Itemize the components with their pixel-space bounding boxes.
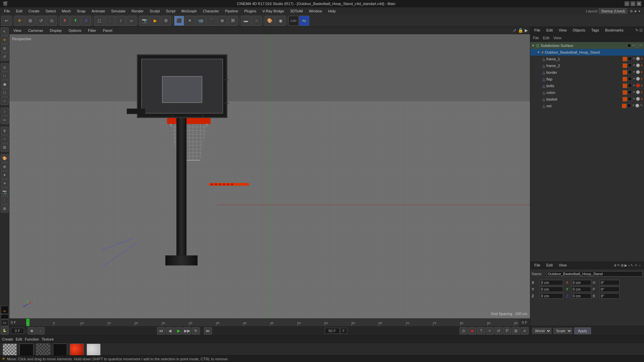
play-btn[interactable]: ▶ xyxy=(174,327,182,335)
timeline-ruler[interactable]: 0 5 10 15 20 25 30 35 xyxy=(26,319,519,326)
obj-edit-btn[interactable]: Edit xyxy=(542,36,551,40)
frame2-x[interactable]: ✕ xyxy=(633,63,635,68)
vp-menu-options[interactable]: Options xyxy=(66,28,83,33)
apply-button[interactable]: Apply xyxy=(574,327,591,334)
x-pos-field[interactable] xyxy=(540,280,563,285)
prev-frame-btn[interactable]: ◀ xyxy=(166,327,174,335)
colon-x[interactable]: ✕ xyxy=(633,90,635,95)
light-button[interactable]: ☀ xyxy=(185,16,195,26)
z-rot-field[interactable] xyxy=(571,293,591,299)
menu-animate[interactable]: Animate xyxy=(89,8,108,14)
obj-row-border[interactable]: △ border ✕ ● xyxy=(530,69,644,76)
select-live-button[interactable]: ⊙ xyxy=(47,16,57,26)
vp-expand-icon[interactable]: ⤢ xyxy=(513,28,517,33)
tool-magnet[interactable]: $ xyxy=(1,127,9,135)
rotate-button[interactable]: ↺ xyxy=(36,16,46,26)
subdiv-x[interactable]: ✕ xyxy=(632,44,635,48)
c4d-logo-button[interactable]: C4D xyxy=(288,16,299,26)
play-fwd-btn[interactable]: ▶▶ xyxy=(183,327,191,335)
tool-poly2[interactable]: ▣ xyxy=(1,80,9,88)
menu-edit[interactable]: Edit xyxy=(13,8,25,14)
coord-x-button[interactable]: X xyxy=(60,16,70,26)
menu-pipeline[interactable]: Pipeline xyxy=(222,8,241,14)
vp-menu-display[interactable]: Display xyxy=(48,28,64,33)
anim-tool-5[interactable]: ↺ xyxy=(494,327,502,335)
minimize-button[interactable]: ─ xyxy=(625,1,629,6)
tool-python[interactable]: 🐍 xyxy=(1,326,9,335)
obj-row-flap[interactable]: △ flap ✕ ● xyxy=(530,76,644,82)
tool-rotate[interactable]: ↺ xyxy=(1,53,9,61)
rtab-edit[interactable]: Edit xyxy=(544,27,555,34)
obj-row-bolts[interactable]: △ bolts ✕ ● xyxy=(530,82,644,89)
tool-sphere[interactable]: ○ xyxy=(1,97,9,105)
basket-x[interactable]: ✕ xyxy=(633,97,635,102)
move-button[interactable]: ✛ xyxy=(14,16,24,26)
world-dropdown[interactable]: World xyxy=(532,328,551,334)
tool-pen[interactable]: / xyxy=(1,108,9,116)
anim-tool-8[interactable]: ≡ xyxy=(521,327,529,335)
anim-tool-2[interactable]: ⏺ xyxy=(468,327,476,335)
rtab-tags[interactable]: Tags xyxy=(589,27,602,34)
point-mode-button[interactable]: · xyxy=(105,16,115,26)
menu-window[interactable]: Window xyxy=(306,8,325,14)
deform-button[interactable]: ⌘ xyxy=(228,16,238,26)
attr-view-tab[interactable]: View xyxy=(556,262,570,268)
h-field[interactable] xyxy=(599,280,620,285)
vp-menu-cameras[interactable]: Cameras xyxy=(26,28,45,33)
anim-tool-3[interactable]: ? xyxy=(477,327,485,335)
maximize-button[interactable]: □ xyxy=(631,1,635,6)
attr-file-tab[interactable]: File xyxy=(532,262,543,268)
anim-tool-1[interactable]: ⊙ xyxy=(460,327,468,335)
menu-simulate[interactable]: Simulate xyxy=(108,8,128,14)
spline-button[interactable]: ⌒ xyxy=(206,16,216,26)
rtab-file[interactable]: File xyxy=(532,27,543,34)
rtab-objects[interactable]: Objects xyxy=(570,27,588,34)
edge-mode-button[interactable]: / xyxy=(116,16,126,26)
x-rot-field[interactable] xyxy=(571,280,591,285)
close-button[interactable]: ✕ xyxy=(637,1,641,6)
cube-button[interactable]: ⬛ xyxy=(174,16,184,26)
tool-scale[interactable]: ⊞ xyxy=(1,44,9,52)
mat-texture[interactable]: Texture xyxy=(42,337,54,341)
obj-row-net[interactable]: △ net ✕ ✎ xyxy=(530,103,644,109)
anim-tool-7[interactable]: ⊞ xyxy=(512,327,520,335)
tool-axis[interactable]: ✦ xyxy=(1,171,9,179)
p-field[interactable] xyxy=(599,287,620,292)
vp-lock-icon[interactable]: 🔒 xyxy=(518,28,523,33)
tool-paint[interactable]: 🎨 xyxy=(1,154,9,162)
object-name-field[interactable] xyxy=(546,271,643,277)
bolts-x[interactable]: ✕ xyxy=(633,83,635,88)
coord-z-button[interactable]: Z xyxy=(81,16,91,26)
menu-script[interactable]: Script xyxy=(163,8,178,14)
net-x[interactable]: ✕ xyxy=(632,104,635,108)
vp-menu-view[interactable]: View xyxy=(11,28,23,33)
render-button[interactable]: ▶ xyxy=(150,16,160,26)
menu-mograph[interactable]: MoGraph xyxy=(179,8,200,14)
attr-edit-tab[interactable]: Edit xyxy=(544,262,555,268)
flap-x[interactable]: ✕ xyxy=(633,77,635,81)
mat-edit[interactable]: Edit xyxy=(16,337,22,341)
obj-row-subdivision[interactable]: ▼ ⬡ Subdivision Surface ✕ ✎ xyxy=(530,42,644,49)
mat-create[interactable]: Create xyxy=(2,337,13,341)
texture-button[interactable]: 🎨 xyxy=(265,16,275,26)
scale-button[interactable]: ⊞ xyxy=(25,16,35,26)
menu-select[interactable]: Select xyxy=(43,8,59,14)
keyframe-btn[interactable]: ⬦ xyxy=(37,327,45,335)
z-pos-field[interactable] xyxy=(540,293,563,299)
anim-tool-6[interactable]: P xyxy=(503,327,511,335)
obj-row-colon[interactable]: △ colon ✕ ● xyxy=(530,89,644,96)
menu-sculpt[interactable]: Sculpt xyxy=(147,8,163,14)
obj-row-frame1[interactable]: △ frame_1 ✕ ● xyxy=(530,56,644,62)
layout-icons[interactable]: ⚙ ★ ✦ xyxy=(628,9,643,13)
mat-function[interactable]: Function xyxy=(25,337,39,341)
nurbs-button[interactable]: ⊕ xyxy=(217,16,227,26)
coord-y-button[interactable]: Y xyxy=(70,16,80,26)
frame1-x[interactable]: ✕ xyxy=(633,57,635,61)
tool-check[interactable]: ⬡ xyxy=(1,88,9,97)
environ-button[interactable]: ○ xyxy=(252,16,262,26)
py-logo-button[interactable]: Py xyxy=(299,16,309,26)
render-settings-button[interactable]: ⚙ xyxy=(161,16,171,26)
menu-character[interactable]: Character xyxy=(200,8,222,14)
menu-mesh[interactable]: Mesh xyxy=(59,8,73,14)
menu-plugins[interactable]: Plugins xyxy=(241,8,259,14)
